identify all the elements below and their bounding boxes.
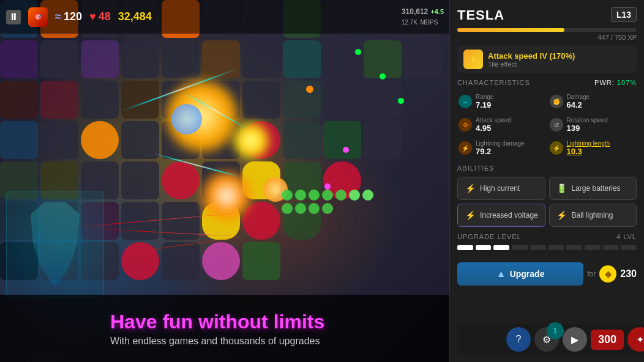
ability-high-current[interactable]: ⚡ High current [457,177,545,200]
score-display: 32,484 [118,10,152,23]
stat-rotation-speed: ↺ Rotation speed 139 [549,114,637,135]
xp-bar-container: 447 / 750 XP [457,28,637,41]
increased-voltage-label: Increased voltage [480,211,538,220]
range-icon: ↔ [459,95,472,108]
ball-lightning-label: Ball lightning [572,211,613,220]
total-score: 310,612 +4.5 [402,7,444,16]
rotation-speed-icon: ↺ [550,118,563,131]
tile-effect-name: Attack speed IV (170%) [488,51,575,61]
for-label: for [587,270,596,278]
tile-effect-label: Tile effect [488,61,575,68]
stat-damage: ✊ Damage 64.2 [549,91,637,112]
stat-lightning-damage: ⚡ Lightning damage 79.2 [457,138,546,158]
increased-voltage-icon: ⚡ [464,209,476,221]
wave-display: ≈ 120 [55,10,82,23]
panel-header: TESLA L13 [457,7,637,23]
health-display: ♥ 48 [89,10,111,23]
ball-lightning-icon: ⚡ [556,209,568,221]
upgrade-bars [457,245,637,250]
tower-name: TESLA [457,7,504,23]
tile-effect-icon: ⚡ [463,50,483,69]
tile-effect-text: Attack speed IV (170%) Tile effect [488,51,575,68]
large-batteries-label: Large batteries [572,184,621,193]
upgrade-bar-8 [585,245,601,250]
xp-text: 447 / 750 XP [457,34,637,41]
large-batteries-icon: 🔋 [556,182,568,194]
stats-panel: TESLA L13 447 / 750 XP ⚡ Attack speed IV… [449,0,644,362]
bluetooth-btn[interactable]: ✦ [627,327,644,352]
stat-range: ↔ Range 7.19 [457,91,546,112]
game-icon-1: 🎯 [28,7,48,27]
arrow-btn[interactable]: ▶ [563,327,587,352]
upgrade-lvl-label: 4 LVL [616,233,637,240]
characteristics-section-title: CHARACTERISTICS PWR: 107% [457,79,637,86]
stat-lightning-length: ⚡ Lightning length 10.3 [549,138,637,158]
upgrade-section: UPGRADE LEVEL 4 LVL [457,233,637,254]
top-hud: ⏸ 🎯 ≈ 120 ♥ 48 32,484 310,612 +4.5 12.7K… [0,0,450,34]
lightning-damage-icon: ⚡ [459,141,472,155]
xp-bar-fill [457,28,564,32]
abilities-grid[interactable]: ⚡ High current 🔋 Large batteries ⚡ Incre… [457,177,637,227]
upgrade-row: ▲ Upgrade for ◆ 230 [457,262,637,286]
upgrade-cost: 230 [620,268,637,279]
promo-subtitle: With endless games and thousands of upgr… [110,336,450,347]
upgrade-bar-5 [530,245,546,250]
pause-icon: ⏸ [6,10,21,24]
high-current-label: High current [480,184,520,193]
promo-banner: Have fun without limits With endless gam… [0,295,450,362]
upgrade-bar-9 [603,245,619,250]
upgrade-button[interactable]: ▲ Upgrade [457,262,583,286]
upgrade-bar-2 [476,245,492,250]
promo-title: Have fun without limits [110,311,450,333]
tile-effect-row: ⚡ Attack speed IV (170%) Tile effect [457,46,637,73]
damage-icon: ✊ [550,95,563,108]
ability-ball-lightning[interactable]: ⚡ Ball lightning [549,204,637,227]
upgrade-bar-10 [621,245,637,250]
high-current-icon: ⚡ [464,182,476,194]
bottom-action-row: ? ⚙ 1 ▶ 300 ✦ [457,324,644,355]
level-badge: L13 [611,7,637,22]
upgrade-bar-7 [566,245,582,250]
stats-grid: ↔ Range 7.19 ✊ Damage 64.2 ⚙ Attack spee… [457,91,637,158]
upgrade-bar-3 [493,245,509,250]
upgrade-bar-1 [457,245,473,250]
ability-increased-voltage[interactable]: ⚡ Increased voltage [457,204,545,227]
stat-attack-speed: ⚙ Attack speed 4.95 [457,114,546,135]
upgrade-bar-4 [512,245,528,250]
game-area: ⏸ 🎯 ≈ 120 ♥ 48 32,484 310,612 +4.5 12.7K… [0,0,450,362]
attack-speed-icon: ⚙ [459,118,472,131]
upgrade-arrow-icon: ▲ [496,268,506,279]
abilities-section-title: ABILITIES [457,164,637,172]
score-action-display: 300 [591,330,624,350]
upgrade-section-title: UPGRADE LEVEL 4 LVL [457,233,637,240]
question-btn[interactable]: ? [506,327,531,352]
cost-coin-icon: ◆ [599,265,616,283]
mdps-display: 12.7K MDPS [402,16,444,27]
ability-large-batteries[interactable]: 🔋 Large batteries [549,177,637,200]
lightning-length-icon: ⚡ [550,141,563,155]
pause-btn[interactable]: ⏸ [6,10,21,24]
upgrade-bar-6 [549,245,564,250]
notification-badge: 1 [547,322,564,339]
xp-bar-bg [457,28,637,32]
settings-area: ⚙ 1 [534,327,559,352]
